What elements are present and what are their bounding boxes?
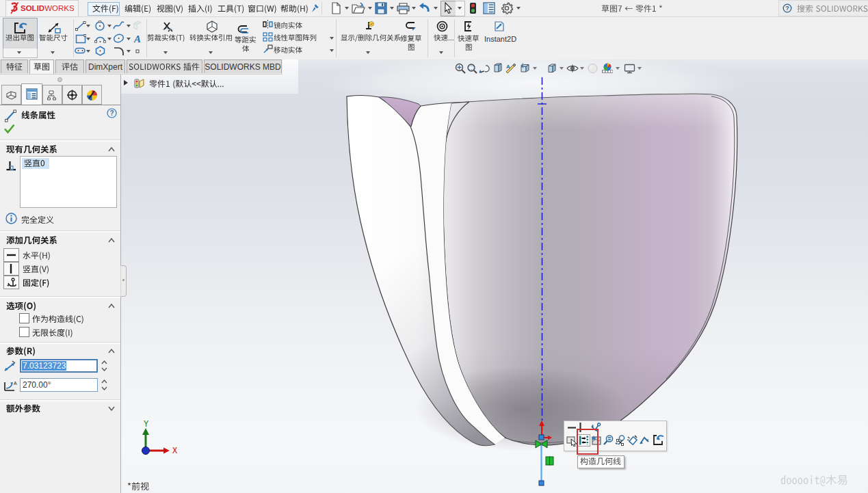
svg-text:?: ? <box>109 109 114 117</box>
svg-text:A: A <box>14 381 17 386</box>
svg-text:?: ? <box>785 5 789 12</box>
svg-text:Y: Y <box>144 420 148 429</box>
svg-text:SOLIDWORKS: SOLIDWORKS <box>21 4 75 12</box>
svg-text:X: X <box>172 447 177 456</box>
svg-text:A: A <box>506 64 510 70</box>
svg-text:A: A <box>133 34 141 44</box>
